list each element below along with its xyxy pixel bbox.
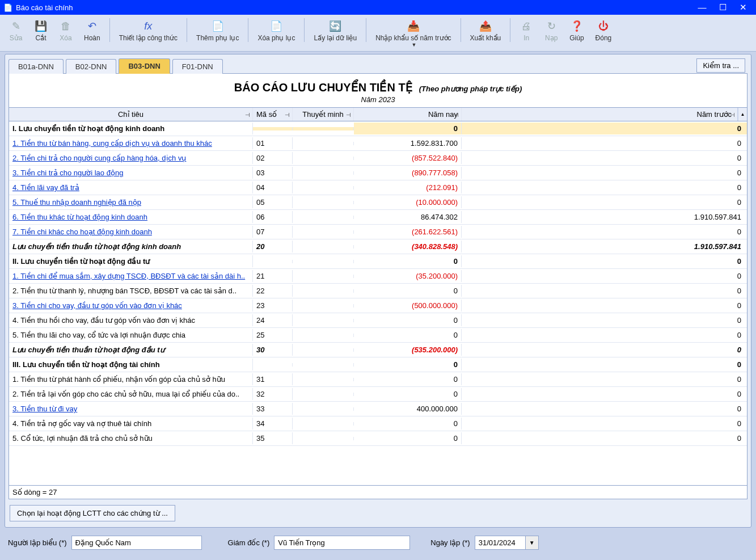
table-row[interactable]: 1. Tiền chi để mua sắm, xây dựng TSCĐ, B… — [9, 269, 747, 284]
date-label: Ngày lập (*) — [430, 538, 470, 547]
titlebar: 📄 Báo cáo tài chính — ☐ ✕ — [0, 0, 756, 15]
table-row[interactable]: 5. Thuế thu nhập doanh nghiệp đã nộp05(1… — [9, 195, 747, 210]
separator — [510, 18, 510, 42]
separator — [248, 18, 248, 42]
check-button[interactable]: Kiểm tra ... — [696, 58, 745, 73]
refresh-button[interactable]: 🔄Lấy lại dữ liệu — [309, 18, 361, 43]
table-row[interactable]: 7. Tiền chi khác cho hoạt động kinh doan… — [9, 225, 747, 239]
date-picker[interactable]: ▼ — [475, 536, 539, 550]
preparer-label: Người lập biểu (*) — [8, 538, 67, 547]
pin-icon[interactable]: ⊣ — [285, 111, 290, 117]
table-row[interactable]: 3. Tiền chi cho vay, đầu tư góp vốn vào … — [9, 298, 747, 313]
pin-icon[interactable]: ⊣ — [730, 111, 735, 117]
table-row[interactable]: 5. Cổ tức, lợi nhuận đã trả cho chủ sở h… — [9, 431, 747, 446]
table-row[interactable]: 1. Tiền thu từ phát hành cổ phiếu, nhận … — [9, 372, 747, 387]
grid-footer: Số dòng = 27 — [9, 485, 747, 499]
table-row[interactable]: 3. Tiền chi trả cho người lao động03(890… — [9, 166, 747, 180]
separator — [304, 18, 305, 42]
director-label: Giám đốc (*) — [228, 538, 270, 547]
row-link[interactable]: 3. Tiền thu từ đi vay — [12, 405, 77, 413]
date-input[interactable] — [475, 536, 526, 550]
doc-del-icon: 📄 — [269, 19, 283, 33]
table-row[interactable]: I. Lưu chuyển tiền từ hoạt động kinh doa… — [9, 121, 747, 136]
delete-icon: 🗑 — [59, 19, 73, 33]
table-row[interactable]: 2. Tiền chi trả cho người cung cấp hàng … — [9, 151, 747, 166]
row-link[interactable]: 4. Tiền lãi vay đã trả — [12, 183, 79, 192]
close-button[interactable]: ✕ — [737, 2, 749, 12]
row-link[interactable]: 3. Tiền chi trả cho người lao động — [12, 169, 123, 177]
scroll-up-button[interactable]: ▲ — [738, 108, 747, 121]
pin-icon[interactable]: ⊣ — [346, 111, 351, 117]
edit-button[interactable]: ✎Sửa — [5, 18, 27, 43]
grid-header: Chỉ tiêu⊣ Mã số⊣ Thuyết minh⊣ Năm nay⊣ N… — [9, 108, 747, 121]
pin-icon[interactable]: ⊣ — [454, 111, 459, 117]
minimize-button[interactable]: — — [696, 2, 708, 12]
col-namnay[interactable]: Năm nay⊣ — [354, 108, 462, 121]
tab-f01[interactable]: F01-DNN — [172, 59, 223, 74]
close-window-button[interactable]: ⏻Đóng — [591, 18, 616, 43]
window-title: Báo cáo tài chính — [16, 3, 696, 12]
del-appendix-button[interactable]: 📄Xóa phụ lục — [253, 18, 299, 43]
fx-icon: fx — [141, 19, 155, 33]
row-link[interactable]: 1. Tiền thu từ bán hàng, cung cấp dịch v… — [12, 139, 212, 148]
report-subtitle: (Theo phương pháp trực tiếp) — [419, 85, 522, 93]
printer-icon: 🖨 — [520, 19, 533, 33]
row-link[interactable]: 7. Tiền chi khác cho hoạt động kinh doan… — [12, 228, 152, 236]
data-grid: Chỉ tiêu⊣ Mã số⊣ Thuyết minh⊣ Năm nay⊣ N… — [9, 107, 747, 499]
reload-button[interactable]: ↻Nạp — [540, 18, 563, 43]
table-row[interactable]: 1. Tiền thu từ bán hàng, cung cấp dịch v… — [9, 136, 747, 151]
separator — [109, 18, 110, 42]
chevron-down-icon[interactable]: ▼ — [526, 536, 539, 550]
row-link[interactable]: 2. Tiền chi trả cho người cung cấp hàng … — [12, 154, 186, 162]
table-row[interactable]: 4. Tiền lãi vay đã trả04(212.091)0 — [9, 180, 747, 195]
reselect-activity-button[interactable]: Chọn lại hoạt động LCTT cho các chứng từ… — [10, 505, 175, 521]
import-prev-button[interactable]: 📥Nhập khẩu số năm trước▼ — [371, 18, 455, 49]
maximize-button[interactable]: ☐ — [716, 2, 729, 12]
cut-button[interactable]: 💾Cắt — [29, 18, 52, 43]
tab-b03[interactable]: B03-DNN — [119, 58, 170, 74]
report-title: BÁO CÁO LƯU CHUYỂN TIỀN TỆ (Theo phương … — [9, 74, 747, 94]
row-link[interactable]: 3. Tiền chi cho vay, đầu tư góp vốn vào … — [12, 301, 182, 310]
table-row[interactable]: 4. Tiền thu hồi cho vay, đầu tư góp vốn … — [9, 313, 747, 328]
button-row: Chọn lại hoạt động LCTT cho các chứng từ… — [5, 502, 751, 525]
add-appendix-button[interactable]: 📄Thêm phụ lục — [192, 18, 243, 43]
pin-icon[interactable]: ⊣ — [245, 111, 250, 117]
app-icon: 📄 — [3, 3, 12, 12]
excel-import-icon: 📥 — [407, 19, 420, 33]
refresh-icon: 🔄 — [328, 19, 342, 33]
col-maso[interactable]: Mã số⊣ — [253, 108, 293, 121]
doc-add-icon: 📄 — [211, 19, 225, 33]
tab-row: B01a-DNN B02-DNN B03-DNN F01-DNN Kiểm tr… — [5, 54, 751, 73]
pencil-icon: ✎ — [9, 19, 23, 33]
table-row[interactable]: Lưu chuyển tiền thuần từ hoạt động đầu t… — [9, 343, 747, 357]
table-row[interactable]: 3. Tiền thu từ đi vay33400.000.0000 — [9, 402, 747, 416]
tab-b01a[interactable]: B01a-DNN — [9, 59, 64, 74]
grid-body[interactable]: I. Lưu chuyển tiền từ hoạt động kinh doa… — [9, 121, 747, 485]
help-button[interactable]: ❓Giúp — [565, 18, 588, 43]
row-link[interactable]: 1. Tiền chi để mua sắm, xây dựng TSCĐ, B… — [12, 272, 245, 280]
tab-b02[interactable]: B02-DNN — [66, 59, 117, 74]
table-row[interactable]: 2. Tiền trả lại vốn góp cho các chủ sở h… — [9, 387, 747, 402]
print-button[interactable]: 🖨In — [515, 18, 538, 43]
chevron-down-icon[interactable]: ▼ — [411, 42, 416, 48]
reload-icon: ↻ — [544, 19, 558, 33]
col-thuyetminh[interactable]: Thuyết minh⊣ — [293, 108, 354, 121]
col-namtruoc[interactable]: Năm trước⊣ — [462, 108, 738, 121]
table-row[interactable]: 2. Tiền thu từ thanh lý, nhượng bán TSCĐ… — [9, 284, 747, 298]
row-link[interactable]: 5. Thuế thu nhập doanh nghiệp đã nộp — [12, 198, 141, 207]
table-row[interactable]: 5. Tiền thu lãi cho vay, cổ tức và lợi n… — [9, 328, 747, 343]
export-button[interactable]: 📤Xuất khẩu — [466, 18, 506, 43]
table-row[interactable]: II. Lưu chuyển tiền từ hoạt động đầu tư0… — [9, 254, 747, 269]
table-row[interactable]: III. Lưu chuyển tiền từ hoạt động tài ch… — [9, 357, 747, 372]
director-input[interactable] — [274, 536, 410, 550]
table-row[interactable]: 6. Tiền thu khác từ hoạt động kinh doanh… — [9, 210, 747, 225]
col-chitieu[interactable]: Chỉ tiêu⊣ — [9, 108, 253, 121]
table-row[interactable]: 4. Tiền trả nợ gốc vay và nợ thuê tài ch… — [9, 416, 747, 431]
row-link[interactable]: 6. Tiền thu khác từ hoạt động kinh doanh — [12, 213, 147, 221]
delete-button[interactable]: 🗑Xóa — [54, 18, 77, 43]
preparer-input[interactable] — [71, 536, 202, 550]
table-row[interactable]: Lưu chuyển tiền thuần từ hoạt động kinh … — [9, 239, 747, 254]
formula-button[interactable]: fxThiết lập công thức — [115, 18, 182, 43]
undo-button[interactable]: ↶Hoàn — [79, 18, 105, 43]
report-area: BÁO CÁO LƯU CHUYỂN TIỀN TỆ (Theo phương … — [9, 73, 747, 499]
